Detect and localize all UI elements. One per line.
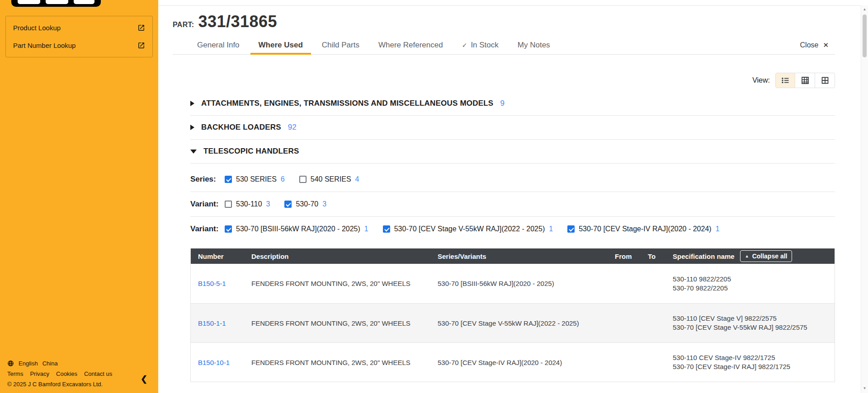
section-expanded-icon: [190, 150, 197, 154]
checkbox[interactable]: [299, 176, 307, 183]
nav-label: Product Lookup: [13, 24, 61, 32]
list-view-icon: [781, 76, 789, 84]
filter-label: Series:: [190, 175, 225, 184]
collapse-all-button[interactable]: ▲ Collapse all: [740, 250, 793, 262]
table-row: B150-10-1 FENDERS FRONT MOUNTING, 2WS, 2…: [191, 342, 835, 382]
section-collapsed-icon: [190, 101, 194, 106]
checkbox[interactable]: [225, 225, 232, 233]
sidebar-collapse-button[interactable]: ❮: [141, 374, 147, 384]
part-number: 331/31865: [198, 12, 277, 31]
series-variants-cell: 530-70 [CEV Stage V-55kW RAJ](2022 - 202…: [438, 319, 615, 327]
main-panel: ▲ ▼ PART: 331/31865 General Info Where U…: [158, 0, 868, 393]
external-link-icon: [137, 24, 145, 32]
view-label: View:: [752, 76, 770, 84]
column-header-description: Description: [251, 253, 438, 260]
language-selector[interactable]: English: [19, 360, 38, 367]
section-collapsed-icon: [190, 125, 194, 130]
column-header-to: To: [648, 253, 673, 260]
scroll-down-icon[interactable]: ▼: [861, 384, 868, 392]
checkbox[interactable]: [225, 201, 232, 208]
checkbox-540-series[interactable]: 540 SERIES 4: [299, 175, 359, 183]
tab-general-info[interactable]: General Info: [197, 36, 240, 54]
section-backhoe-loaders[interactable]: BACKHOE LOADERS 92: [190, 116, 835, 140]
option-count: 1: [549, 225, 553, 233]
list-view-button[interactable]: [775, 73, 795, 88]
tab-where-used[interactable]: Where Used: [259, 36, 303, 54]
specification-cell: 530-110 [CEV Stage V] 9822/2575 530-70 […: [673, 314, 835, 332]
nav-label: Part Number Lookup: [13, 42, 75, 49]
column-header-from: From: [615, 253, 648, 260]
tab-child-parts[interactable]: Child Parts: [322, 36, 359, 54]
footer-link-privacy[interactable]: Privacy: [30, 370, 49, 377]
copyright-text: © 2025 J C Bamford Excavators Ltd.: [7, 381, 112, 388]
footer-link-cookies[interactable]: Cookies: [56, 370, 77, 377]
description-cell: FENDERS FRONT MOUNTING, 2WS, 20" WHEELS: [251, 280, 438, 287]
part-title: PART: 331/31865: [173, 12, 835, 31]
sidebar-footer: English China Terms Privacy Cookies Cont…: [7, 360, 112, 388]
checkbox-530-70-bsiii[interactable]: 530-70 [BSIII-56kW RAJ](2020 - 2025) 1: [225, 225, 368, 233]
series-variants-cell: 530-70 [CEV Stage-IV RAJ](2020 - 2024): [438, 359, 615, 366]
filter-row-series: Series: 530 SERIES 6 540 SERIES 4: [190, 164, 835, 192]
logo-letter: [46, 0, 68, 4]
tab-bar: General Info Where Used Child Parts Wher…: [173, 36, 835, 55]
description-cell: FENDERS FRONT MOUNTING, 2WS, 20" WHEELS: [251, 359, 438, 366]
jcb-logo[interactable]: [11, 0, 101, 7]
filter-label: Variant:: [190, 200, 225, 209]
checkbox[interactable]: [567, 225, 575, 233]
checkbox-530-70[interactable]: 530-70 3: [284, 200, 326, 208]
tab-where-referenced[interactable]: Where Referenced: [378, 36, 443, 54]
checkbox[interactable]: [225, 176, 232, 183]
column-header-series-variants: Series/Variants: [438, 253, 615, 260]
option-count: 3: [322, 200, 326, 208]
close-button[interactable]: Close ✕: [800, 41, 829, 49]
sidebar-item-part-number-lookup[interactable]: Part Number Lookup: [6, 37, 152, 54]
collapse-arrow-icon: ▲: [745, 254, 749, 258]
option-count: 1: [716, 225, 720, 233]
table-row: B150-5-1 FENDERS FRONT MOUNTING, 2WS, 20…: [191, 264, 835, 303]
section-count: 9: [500, 99, 504, 108]
logo-letter: [74, 0, 94, 4]
footer-link-contact[interactable]: Contact us: [84, 370, 112, 377]
checkbox-530-series[interactable]: 530 SERIES 6: [225, 175, 285, 183]
series-variants-cell: 530-70 [BSIII-56kW RAJ](2020 - 2025): [438, 280, 615, 287]
tab-my-notes[interactable]: My Notes: [518, 36, 550, 54]
close-icon: ✕: [823, 41, 829, 49]
section-telescopic-handlers[interactable]: TELESCOPIC HANDLERS: [190, 140, 835, 164]
section-attachments-engines[interactable]: ATTACHMENTS, ENGINES, TRANSMISSIONS AND …: [190, 92, 835, 116]
checkbox-530-110[interactable]: 530-110 3: [225, 200, 270, 208]
part-number-link[interactable]: B150-1-1: [198, 319, 226, 327]
part-number-link[interactable]: B150-10-1: [198, 359, 230, 366]
where-used-table: Number Description Series/Variants From …: [190, 248, 835, 382]
external-link-icon: [137, 42, 145, 49]
column-header-specification-name: Specification name: [673, 253, 735, 260]
scrollbar-thumb[interactable]: [863, 14, 867, 57]
logo-letter: [18, 0, 40, 4]
table-view-button[interactable]: [795, 73, 815, 88]
option-count: 1: [364, 225, 368, 233]
description-cell: FENDERS FRONT MOUNTING, 2WS, 20" WHEELS: [251, 319, 438, 327]
view-switcher: View:: [173, 73, 835, 88]
grid-view-button[interactable]: [815, 73, 835, 88]
part-label: PART:: [173, 21, 194, 29]
table-row: B150-1-1 FENDERS FRONT MOUNTING, 2WS, 20…: [191, 303, 835, 342]
checkbox[interactable]: [383, 225, 390, 233]
option-count: 6: [281, 175, 285, 183]
region-label[interactable]: China: [42, 360, 58, 367]
tab-in-stock[interactable]: ✓ In Stock: [462, 36, 499, 54]
checkbox-530-70-cev-stage-v[interactable]: 530-70 [CEV Stage V-55kW RAJ](2022 - 202…: [383, 225, 553, 233]
grid-view-icon: [821, 76, 829, 84]
scrollbar[interactable]: ▲ ▼: [861, 5, 868, 393]
specification-cell: 530-110 9822/2205 530-70 9822/2205: [673, 275, 835, 293]
option-count: 3: [266, 200, 270, 208]
column-header-number: Number: [191, 253, 251, 260]
part-number-link[interactable]: B150-5-1: [198, 280, 226, 287]
scroll-up-icon[interactable]: ▲: [861, 5, 868, 13]
section-count: 92: [288, 123, 297, 132]
sidebar: Product Lookup Part Number Lookup Englis…: [0, 0, 158, 393]
footer-link-terms[interactable]: Terms: [7, 370, 23, 377]
checkbox[interactable]: [284, 201, 292, 208]
checkbox-530-70-cev-stage-iv[interactable]: 530-70 [CEV Stage-IV RAJ](2020 - 2024) 1: [567, 225, 719, 233]
option-count: 4: [355, 175, 359, 183]
sidebar-item-product-lookup[interactable]: Product Lookup: [6, 19, 152, 37]
table-view-icon: [801, 76, 809, 84]
